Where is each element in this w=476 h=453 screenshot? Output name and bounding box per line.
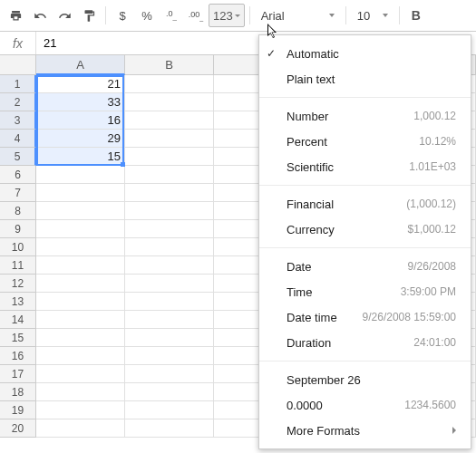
cell[interactable] — [125, 419, 214, 438]
row-header[interactable]: 15 — [0, 329, 36, 347]
cell[interactable] — [36, 275, 125, 293]
currency-button[interactable]: $ — [111, 4, 134, 27]
menu-item-plain-text[interactable]: Plain text — [259, 66, 471, 92]
cell[interactable] — [125, 401, 214, 419]
cell[interactable] — [125, 148, 214, 166]
font-select[interactable]: Arial — [255, 4, 341, 27]
increase-decimal-button[interactable]: .00_ — [184, 4, 208, 27]
menu-item-more-formats[interactable]: More Formats — [259, 418, 471, 443]
menu-item-scientific[interactable]: Scientific 1.01E+03 — [259, 154, 471, 179]
cell[interactable] — [125, 75, 214, 93]
cell[interactable] — [125, 111, 214, 130]
row-header[interactable]: 9 — [0, 220, 36, 238]
cell[interactable]: 21 — [36, 75, 125, 93]
menu-example: $1,000.12 — [408, 223, 456, 236]
cell[interactable] — [36, 347, 125, 365]
cell[interactable] — [36, 365, 125, 383]
menu-item-custom-decimal[interactable]: 0.0000 1234.5600 — [259, 392, 471, 418]
row-header[interactable]: 16 — [0, 347, 36, 365]
dec-increase-icon: .00_ — [189, 10, 203, 21]
cell[interactable] — [125, 238, 214, 256]
cell[interactable] — [125, 220, 214, 238]
row-header[interactable]: 2 — [0, 93, 36, 111]
menu-item-duration[interactable]: Duration 24:01:00 — [259, 330, 471, 355]
percent-button[interactable]: % — [135, 4, 159, 27]
row-header[interactable]: 19 — [0, 401, 36, 419]
row-header[interactable]: 6 — [0, 166, 36, 184]
menu-item-datetime[interactable]: Date time 9/26/2008 15:59:00 — [259, 304, 471, 330]
undo-icon — [33, 8, 48, 24]
cell[interactable] — [36, 220, 125, 238]
cell[interactable] — [36, 202, 125, 220]
caret-down-icon — [329, 14, 335, 17]
cell[interactable] — [36, 238, 125, 256]
cell[interactable] — [36, 184, 125, 202]
row-header[interactable]: 1 — [0, 75, 36, 93]
menu-item-automatic[interactable]: ✓ Automatic — [259, 41, 471, 66]
column-header-a[interactable]: A — [36, 55, 125, 75]
row-header[interactable]: 12 — [0, 275, 36, 293]
cell[interactable] — [125, 347, 214, 365]
cell[interactable]: 33 — [36, 93, 125, 111]
row-header[interactable]: 14 — [0, 311, 36, 329]
font-size-select[interactable]: 10 — [351, 4, 394, 27]
cell[interactable] — [36, 383, 125, 401]
column-header-b[interactable]: B — [125, 55, 214, 75]
cell[interactable] — [125, 166, 214, 184]
menu-label: Automatic — [287, 47, 339, 61]
row-header[interactable]: 3 — [0, 111, 36, 130]
row-header[interactable]: 4 — [0, 130, 36, 148]
more-formats-button[interactable]: 123 — [209, 4, 245, 27]
row-header[interactable]: 20 — [0, 419, 36, 438]
row-header[interactable]: 10 — [0, 238, 36, 256]
cell[interactable] — [125, 293, 214, 311]
row-header[interactable]: 11 — [0, 256, 36, 275]
cell[interactable] — [125, 93, 214, 111]
menu-item-number[interactable]: Number 1,000.12 — [259, 103, 471, 129]
cell[interactable] — [125, 311, 214, 329]
cell[interactable] — [125, 256, 214, 275]
decrease-decimal-button[interactable]: .0_ — [160, 4, 183, 27]
print-button[interactable] — [4, 4, 27, 27]
paint-format-button[interactable] — [77, 4, 101, 27]
menu-separator — [259, 361, 471, 361]
menu-item-date[interactable]: Date 9/26/2008 — [259, 254, 471, 279]
cell[interactable]: 29 — [36, 130, 125, 148]
cell[interactable] — [36, 311, 125, 329]
row-header[interactable]: 17 — [0, 365, 36, 383]
cell[interactable] — [36, 401, 125, 419]
cell[interactable] — [36, 329, 125, 347]
cell[interactable] — [125, 383, 214, 401]
submenu-caret-icon — [452, 427, 456, 434]
format-label: 123 — [213, 9, 233, 23]
cell[interactable] — [125, 130, 214, 148]
cell[interactable]: 15 — [36, 148, 125, 166]
cell[interactable] — [36, 256, 125, 275]
menu-item-custom-date[interactable]: September 26 — [259, 367, 471, 392]
cell[interactable]: 16 — [36, 111, 125, 130]
row-header[interactable]: 13 — [0, 293, 36, 311]
menu-item-time[interactable]: Time 3:59:00 PM — [259, 279, 471, 304]
cell[interactable] — [125, 329, 214, 347]
row-header[interactable]: 18 — [0, 383, 36, 401]
bold-button[interactable]: B — [404, 4, 428, 27]
menu-item-percent[interactable]: Percent 10.12% — [259, 129, 471, 154]
row-header[interactable]: 8 — [0, 202, 36, 220]
separator — [105, 6, 106, 24]
cell[interactable] — [36, 166, 125, 184]
cell[interactable] — [125, 184, 214, 202]
cell[interactable] — [125, 202, 214, 220]
select-all-corner[interactable] — [0, 55, 36, 75]
menu-example: 1.01E+03 — [409, 160, 456, 173]
undo-button[interactable] — [28, 4, 52, 27]
menu-item-financial[interactable]: Financial (1,000.12) — [259, 191, 471, 217]
row-header[interactable]: 5 — [0, 148, 36, 166]
print-icon — [8, 8, 24, 24]
menu-item-currency[interactable]: Currency $1,000.12 — [259, 217, 471, 242]
row-header[interactable]: 7 — [0, 184, 36, 202]
cell[interactable] — [125, 275, 214, 293]
cell[interactable] — [125, 365, 214, 383]
cell[interactable] — [36, 419, 125, 438]
cell[interactable] — [36, 293, 125, 311]
redo-button[interactable] — [53, 4, 76, 27]
